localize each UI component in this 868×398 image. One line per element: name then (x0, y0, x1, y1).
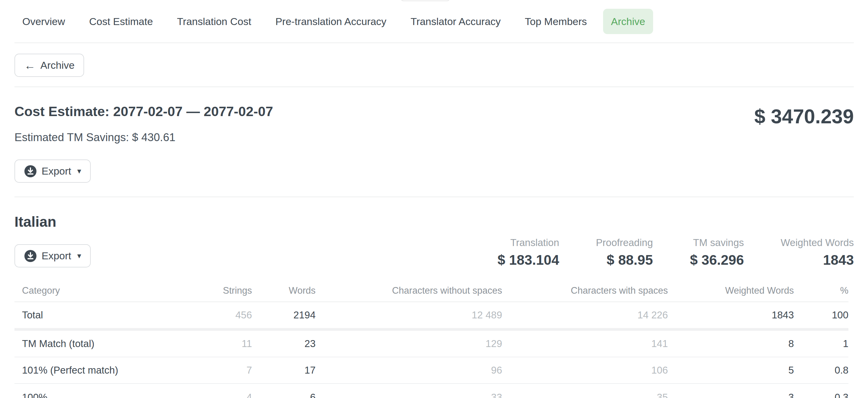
total-cost-value: $ 3470.239 (754, 106, 854, 127)
cell-words: 6 (252, 392, 315, 398)
cell-category: TM Match (total) (14, 338, 204, 349)
cell-percent: 0.3 (794, 392, 848, 398)
summary-title: Cost Estimate: 2077-02-07 — 2077-02-07 (14, 103, 273, 120)
stat-label: Translation (498, 236, 559, 249)
cell-chars-with: 35 (502, 392, 668, 398)
tab-translation-cost[interactable]: Translation Cost (169, 9, 259, 34)
download-icon (24, 165, 37, 178)
cost-estimate-summary: Cost Estimate: 2077-02-07 — 2077-02-07 E… (14, 103, 854, 145)
report-archive-page: Overview Cost Estimate Translation Cost … (0, 0, 868, 398)
category-table: Category Strings Words Characters withou… (14, 280, 854, 398)
tab-pre-translation-accuracy[interactable]: Pre-translation Accuracy (268, 9, 395, 34)
language-toolbar: Export ▾ Translation $ 183.104 Proofread… (14, 236, 854, 268)
tab-top-members[interactable]: Top Members (517, 9, 595, 34)
tab-translator-accuracy[interactable]: Translator Accuracy (403, 9, 508, 34)
cell-category: 101% (Perfect match) (14, 365, 204, 376)
cell-chars-without: 33 (315, 392, 502, 398)
stat-label: TM savings (689, 236, 744, 249)
cell-strings: 4 (204, 392, 252, 398)
cell-words: 23 (252, 338, 315, 349)
cell-words: 17 (252, 365, 315, 376)
cell-strings: 456 (204, 309, 252, 321)
cell-category: 100% (14, 392, 204, 398)
report-tabs: Overview Cost Estimate Translation Cost … (14, 0, 854, 43)
cell-percent: 100 (794, 309, 848, 321)
cell-weighted: 1843 (668, 309, 794, 321)
stat-label: Weighted Words (781, 236, 854, 249)
cell-chars-without: 129 (315, 338, 502, 349)
col-chars-without-spaces: Characters without spaces (315, 285, 502, 296)
export-row: Export ▾ (14, 159, 854, 183)
table-row-101-perfect-match: 101% (Perfect match) 7 17 96 106 5 0.8 (14, 357, 848, 383)
language-title: Italian (14, 213, 854, 231)
stat-tm-savings: TM savings $ 36.296 (689, 236, 744, 268)
stat-proofreading: Proofreading $ 88.95 (596, 236, 653, 268)
language-export-wrap: Export ▾ (14, 244, 91, 268)
section-band (14, 328, 848, 331)
cell-strings: 7 (204, 365, 252, 376)
tm-savings-text: Estimated TM Savings: $ 430.61 (14, 130, 273, 145)
back-button-label: Archive (40, 59, 74, 71)
stat-label: Proofreading (596, 236, 653, 249)
stat-value: 1843 (781, 251, 854, 268)
export-button-label: Export (41, 250, 71, 262)
back-to-archive-button[interactable]: ← Archive (14, 54, 84, 77)
download-icon (24, 250, 37, 262)
divider (14, 196, 854, 197)
stat-value: $ 183.104 (498, 251, 559, 268)
export-button[interactable]: Export ▾ (14, 159, 91, 183)
tab-cost-estimate[interactable]: Cost Estimate (82, 9, 161, 34)
stat-weighted-words: Weighted Words 1843 (781, 236, 854, 268)
table-header-row: Category Strings Words Characters withou… (14, 280, 848, 302)
stat-translation: Translation $ 183.104 (498, 236, 559, 268)
tab-overview[interactable]: Overview (14, 9, 73, 34)
col-words: Words (252, 285, 315, 296)
language-export-button[interactable]: Export ▾ (14, 244, 91, 268)
back-row: ← Archive (14, 54, 854, 77)
cell-chars-with: 14 226 (502, 309, 668, 321)
cell-strings: 11 (204, 338, 252, 349)
tab-archive[interactable]: Archive (603, 9, 653, 34)
cell-chars-with: 141 (502, 338, 668, 349)
divider (14, 87, 854, 87)
cell-category: Total (14, 309, 204, 321)
col-category: Category (14, 285, 204, 296)
arrow-left-icon: ← (24, 60, 36, 71)
cell-percent: 1 (794, 338, 848, 349)
col-chars-with-spaces: Characters with spaces (502, 285, 668, 296)
cell-chars-without: 12 489 (315, 309, 502, 321)
top-popover-fragment (400, 0, 450, 1)
cell-percent: 0.8 (794, 365, 848, 376)
col-weighted-words: Weighted Words (668, 285, 794, 296)
chevron-down-icon: ▾ (77, 251, 81, 261)
cell-words: 2194 (252, 309, 315, 321)
cell-weighted: 5 (668, 365, 794, 376)
table-row-100: 100% 4 6 33 35 3 0.3 (14, 384, 848, 398)
stat-value: $ 88.95 (596, 251, 653, 268)
stat-value: $ 36.296 (689, 251, 744, 268)
language-stats: Translation $ 183.104 Proofreading $ 88.… (498, 236, 854, 268)
table-row-tm-match: TM Match (total) 11 23 129 141 8 1 (14, 331, 848, 357)
chevron-down-icon: ▾ (77, 166, 81, 176)
cell-chars-without: 96 (315, 365, 502, 376)
col-strings: Strings (204, 285, 252, 296)
table-row-total: Total 456 2194 12 489 14 226 1843 100 (14, 302, 848, 328)
cell-weighted: 3 (668, 392, 794, 398)
export-button-label: Export (41, 165, 71, 177)
summary-left: Cost Estimate: 2077-02-07 — 2077-02-07 E… (14, 103, 273, 145)
col-percent: % (794, 285, 848, 296)
cell-weighted: 8 (668, 338, 794, 349)
cell-chars-with: 106 (502, 365, 668, 376)
